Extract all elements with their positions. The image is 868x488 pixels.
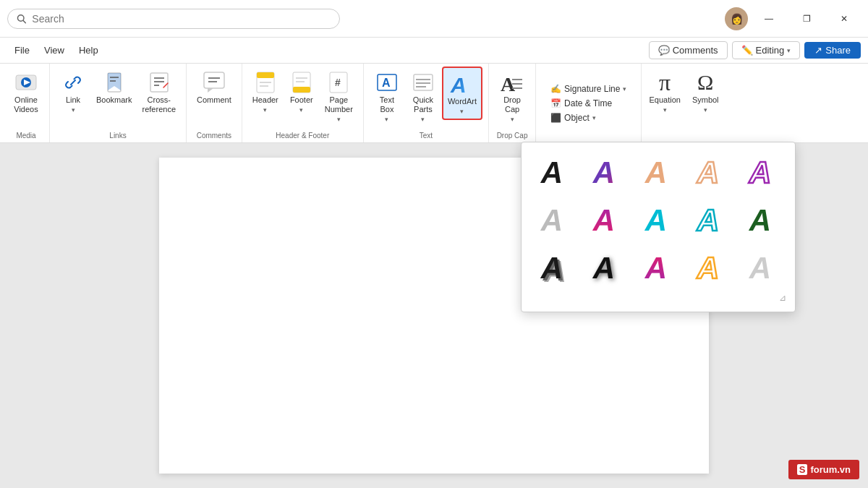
- wordart-style-7[interactable]: A: [582, 199, 626, 242]
- drop-cap-button[interactable]: A DropCap▾: [495, 67, 529, 127]
- header-icon: [252, 69, 278, 95]
- text-box-button[interactable]: A TextBox▾: [370, 67, 404, 127]
- bookmark-icon: [101, 69, 127, 95]
- editing-button[interactable]: ✏️ Editing ▾: [732, 41, 801, 59]
- wordart-style-14[interactable]: A: [686, 247, 730, 290]
- comment-label: Comment: [197, 95, 231, 105]
- equation-button[interactable]: π Equation▾: [644, 67, 684, 117]
- online-videos-button[interactable]: OnlineVideos: [9, 67, 43, 117]
- resize-handle[interactable]: ⊿: [530, 290, 786, 303]
- footer-button[interactable]: Footer▾: [284, 67, 319, 117]
- svg-rect-12: [204, 72, 224, 88]
- wordart-style-3[interactable]: A: [634, 151, 678, 194]
- wordart-style-10[interactable]: A: [739, 199, 782, 242]
- text-box-icon: A: [374, 69, 400, 95]
- wordart-style-2[interactable]: A: [582, 151, 626, 194]
- svg-rect-17: [257, 72, 274, 78]
- svg-text:A: A: [450, 73, 467, 97]
- comments-group-label: Comments: [197, 129, 231, 140]
- wordart-style-5[interactable]: A: [739, 151, 782, 194]
- ribbon-group-equation-symbol: π Equation▾ Ω Symbol▾: [642, 64, 726, 142]
- svg-marker-13: [208, 88, 213, 93]
- ribbon-right-buttons: ✍️ Signature Line ▾ 📅 Date & Time ⬛ Obje…: [542, 67, 635, 140]
- text-group-label: Text: [420, 129, 433, 140]
- wordart-button[interactable]: A WordArt▾: [442, 67, 482, 120]
- symbol-label: Symbol▾: [692, 95, 719, 114]
- menu-help[interactable]: Help: [72, 40, 106, 60]
- wordart-dropdown: A A A A A A A A A A A A A A A ⊿: [521, 142, 796, 312]
- editing-label: Editing: [756, 45, 785, 56]
- date-time-button[interactable]: 📅 Date & Time: [548, 97, 629, 110]
- bookmark-button[interactable]: Bookmark: [92, 67, 137, 108]
- ribbon-group-header-footer: Header▾ Footer▾ #: [242, 64, 364, 142]
- ribbon-group-links: Link▾ Bookmark: [50, 64, 187, 142]
- comments-items: Comment: [192, 67, 236, 129]
- wordart-style-8[interactable]: A: [634, 199, 678, 242]
- link-button[interactable]: Link▾: [56, 67, 90, 117]
- close-button[interactable]: ✕: [827, 7, 861, 30]
- quick-parts-button[interactable]: QuickParts▾: [406, 67, 441, 127]
- object-chevron-icon: ▾: [592, 114, 596, 121]
- wordart-style-12[interactable]: A: [582, 247, 626, 290]
- page-number-icon: #: [326, 69, 352, 95]
- wordart-style-13[interactable]: A: [634, 247, 678, 290]
- svg-rect-7: [150, 73, 168, 92]
- object-button[interactable]: ⬛ Object ▾: [548, 111, 629, 124]
- equation-label: Equation▾: [649, 95, 680, 114]
- search-input[interactable]: [32, 13, 331, 25]
- cross-reference-button[interactable]: Cross-reference: [138, 67, 180, 117]
- ribbon-group-insert-right: ✍️ Signature Line ▾ 📅 Date & Time ⬛ Obje…: [536, 64, 642, 142]
- minimize-button[interactable]: —: [752, 7, 786, 30]
- text-box-label: TextBox▾: [380, 95, 394, 124]
- svg-text:#: #: [335, 77, 341, 88]
- drop-cap-items: A DropCap▾: [495, 67, 529, 129]
- wordart-style-15[interactable]: A: [739, 247, 782, 290]
- menu-file[interactable]: File: [7, 40, 37, 60]
- symbol-icon: Ω: [692, 69, 718, 95]
- online-videos-icon: [13, 69, 39, 95]
- wordart-style-6[interactable]: A: [530, 199, 574, 242]
- signature-chevron-icon: ▾: [623, 85, 626, 93]
- text-items: A TextBox▾ QuickParts▾: [370, 67, 482, 129]
- wordart-grid: A A A A A A A A A A A A A A A: [530, 151, 786, 290]
- comment-button[interactable]: Comment: [192, 67, 236, 108]
- links-items: Link▾ Bookmark: [56, 67, 180, 129]
- ribbon-group-text: A TextBox▾ QuickParts▾: [364, 64, 489, 142]
- signature-line-button[interactable]: ✍️ Signature Line ▾: [548, 82, 629, 95]
- drop-cap-icon: A: [499, 69, 525, 95]
- wordart-style-4[interactable]: A: [686, 151, 730, 194]
- footer-label: Footer▾: [290, 95, 313, 114]
- page-number-button[interactable]: # PageNumber▾: [320, 67, 357, 127]
- drop-cap-group-label: Drop Cap: [497, 129, 528, 140]
- wordart-style-1[interactable]: A: [530, 151, 574, 194]
- equation-icon: π: [652, 69, 678, 95]
- restore-button[interactable]: ❐: [790, 7, 823, 30]
- menu-bar: File View Help 💬 Comments ✏️ Editing ▾ ↗…: [0, 38, 868, 64]
- page-number-label: PageNumber▾: [325, 95, 353, 124]
- editing-chevron-icon: ▾: [787, 47, 791, 54]
- comments-button[interactable]: 💬 Comments: [649, 41, 728, 59]
- date-time-label: Date & Time: [564, 98, 612, 108]
- cross-reference-label: Cross-reference: [142, 95, 176, 114]
- links-group-label: Links: [109, 129, 126, 140]
- search-box[interactable]: [7, 9, 340, 29]
- menu-right: 💬 Comments ✏️ Editing ▾ ↗ Share: [649, 41, 861, 59]
- link-label: Link▾: [66, 95, 80, 114]
- header-button[interactable]: Header▾: [248, 67, 283, 117]
- share-icon: ↗: [814, 45, 822, 56]
- calendar-icon: 📅: [550, 98, 561, 108]
- forum-badge: S forum.vn: [788, 460, 859, 479]
- link-icon: [60, 69, 86, 95]
- symbol-button[interactable]: Ω Symbol▾: [688, 67, 723, 117]
- menu-view[interactable]: View: [37, 40, 72, 60]
- ribbon-group-comments: Comment Comments: [187, 64, 242, 142]
- comments-label: Comments: [673, 45, 718, 56]
- share-button[interactable]: ↗ Share: [804, 42, 861, 59]
- search-icon: [17, 14, 26, 24]
- cross-reference-icon: [146, 69, 172, 95]
- svg-rect-28: [414, 74, 433, 90]
- wordart-style-9[interactable]: A: [686, 199, 730, 242]
- wordart-style-11[interactable]: A: [530, 247, 574, 290]
- title-bar: 👩 — ❐ ✕: [0, 0, 868, 38]
- online-videos-label: OnlineVideos: [14, 95, 38, 114]
